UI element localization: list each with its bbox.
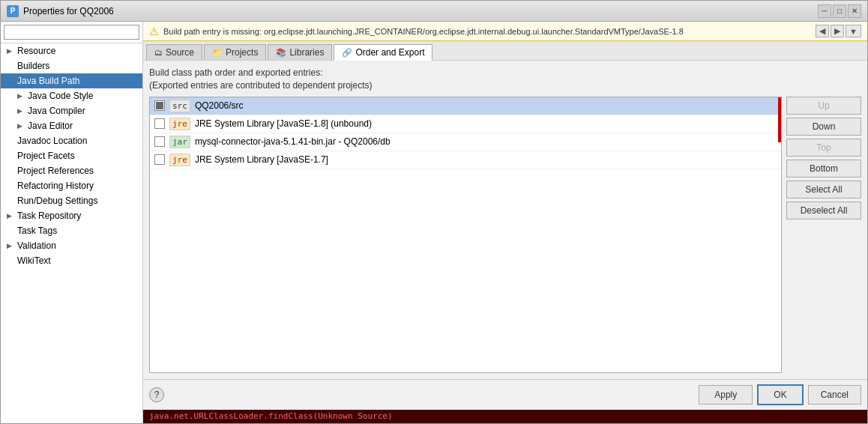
sidebar-item-java-build-path[interactable]: Java Build Path	[1, 73, 142, 88]
tab-projects[interactable]: 📁 Projects	[204, 44, 266, 60]
entry-item-0[interactable]: src QQ2006/src	[150, 97, 781, 115]
warning-prev-button[interactable]: ◀	[816, 25, 829, 37]
entry-text-1: JRE System Library [JavaSE-1.8] (unbound…	[195, 118, 372, 129]
sidebar-item-task-repository[interactable]: ▶ Task Repository	[1, 208, 142, 223]
tab-libraries[interactable]: 📚 Libraries	[268, 44, 332, 60]
warning-bar: ⚠ Build path entry is missing: org.eclip…	[143, 22, 867, 41]
expand-icon: ▶	[7, 242, 14, 249]
entry-icon-2: jar	[169, 136, 190, 148]
entry-item-3[interactable]: jre JRE System Library [JavaSE-1.7]	[150, 151, 781, 169]
warning-expand-button[interactable]: ▼	[846, 25, 861, 37]
expand-icon: ▶	[7, 212, 14, 219]
sidebar-item-task-tags[interactable]: Task Tags	[1, 223, 142, 238]
title-bar: P Properties for QQ2006 ─ □ ✕	[1, 1, 867, 22]
tab-source[interactable]: 🗂 Source	[146, 44, 202, 60]
minimize-button[interactable]: ─	[818, 4, 831, 18]
select-all-button[interactable]: Select All	[786, 181, 861, 199]
entry-checkbox-1[interactable]	[154, 118, 165, 129]
entries-list[interactable]: src QQ2006/src jre JRE System Library [J…	[149, 97, 782, 373]
entry-item-2[interactable]: jar mysql-connector-java-5.1.41-bin.jar …	[150, 133, 781, 151]
bottom-left: ?	[149, 387, 164, 402]
properties-dialog: P Properties for QQ2006 ─ □ ✕ ▶ Resource	[0, 0, 868, 424]
side-buttons: Up Down Top Bottom Select All Deselect A…	[786, 97, 861, 373]
warning-message: Build path entry is missing: org.eclipse…	[163, 27, 811, 36]
bottom-right: Apply OK Cancel	[699, 384, 861, 405]
dialog-icon: P	[7, 5, 19, 17]
entry-text-2: mysql-connector-java-5.1.41-bin.jar - QQ…	[195, 136, 391, 147]
sidebar-item-java-code-style[interactable]: ▶ Java Code Style	[1, 88, 142, 103]
sidebar-item-project-facets[interactable]: Project Facets	[1, 148, 142, 163]
close-button[interactable]: ✕	[848, 4, 861, 18]
entry-icon-1: jre	[169, 118, 190, 130]
sidebar-item-refactoring-history[interactable]: Refactoring History	[1, 178, 142, 193]
libraries-tab-icon: 📚	[276, 48, 286, 58]
deselect-all-button[interactable]: Deselect All	[786, 202, 861, 219]
sidebar-item-run-debug-settings[interactable]: Run/Debug Settings	[1, 193, 142, 208]
entry-text-3: JRE System Library [JavaSE-1.7]	[195, 154, 328, 165]
sidebar-search-area	[1, 22, 142, 43]
sidebar-item-java-compiler[interactable]: ▶ Java Compiler	[1, 103, 142, 118]
bottom-button[interactable]: Bottom	[786, 160, 861, 178]
warning-icon: ⚠	[149, 25, 159, 37]
entry-icon-0: src	[169, 100, 190, 112]
main-panel: Build class path order and exported entr…	[143, 61, 867, 379]
sidebar: ▶ Resource Builders Java Build Path ▶ Ja…	[1, 22, 143, 423]
entry-icon-3: jre	[169, 154, 190, 166]
maximize-button[interactable]: □	[833, 4, 846, 18]
down-button[interactable]: Down	[786, 118, 861, 136]
cancel-button[interactable]: Cancel	[808, 385, 861, 405]
sidebar-item-project-references[interactable]: Project References	[1, 163, 142, 178]
entry-item-1[interactable]: jre JRE System Library [JavaSE-1.8] (unb…	[150, 115, 781, 133]
content-area: ⚠ Build path entry is missing: org.eclip…	[143, 22, 867, 423]
ok-button[interactable]: OK	[757, 384, 803, 405]
expand-icon: ▶	[17, 92, 25, 100]
panel-content: src QQ2006/src jre JRE System Library [J…	[149, 97, 861, 373]
entry-checkbox-2[interactable]	[154, 136, 165, 147]
expand-icon: ▶	[17, 107, 25, 115]
search-input[interactable]	[4, 25, 139, 40]
bottom-code-bar: java.net.URLClassLoader.findClass(Unknow…	[143, 410, 867, 423]
sidebar-item-javadoc-location[interactable]: Javadoc Location	[1, 133, 142, 148]
warning-navigation: ◀ ▶ ▼	[816, 25, 861, 37]
warning-next-button[interactable]: ▶	[831, 25, 844, 37]
sidebar-item-validation[interactable]: ▶ Validation	[1, 238, 142, 253]
sidebar-items-list: ▶ Resource Builders Java Build Path ▶ Ja…	[1, 43, 142, 423]
sidebar-item-wikitext[interactable]: WikiText	[1, 253, 142, 268]
bottom-bar: ? Apply OK Cancel	[143, 379, 867, 410]
dialog-body: ▶ Resource Builders Java Build Path ▶ Ja…	[1, 22, 867, 423]
tabs-bar: 🗂 Source 📁 Projects 📚 Libraries 🔗 Order …	[143, 41, 867, 61]
expand-icon: ▶	[17, 122, 25, 130]
help-button[interactable]: ?	[149, 387, 164, 402]
up-button[interactable]: Up	[786, 97, 861, 115]
entry-checkbox-0[interactable]	[154, 100, 165, 111]
expand-icon: ▶	[7, 47, 14, 55]
checkbox-check-0	[156, 102, 163, 109]
scroll-accent	[778, 97, 781, 142]
tab-order-export[interactable]: 🔗 Order and Export	[334, 44, 433, 61]
sidebar-item-builders[interactable]: Builders	[1, 58, 142, 73]
top-button[interactable]: Top	[786, 139, 861, 157]
projects-tab-icon: 📁	[212, 48, 223, 58]
apply-button[interactable]: Apply	[699, 385, 753, 405]
order-export-tab-icon: 🔗	[342, 48, 352, 58]
panel-description: Build class path order and exported entr…	[149, 67, 861, 92]
entry-text-0: QQ2006/src	[195, 100, 244, 111]
sidebar-item-resource[interactable]: ▶ Resource	[1, 43, 142, 58]
title-controls: ─ □ ✕	[818, 4, 861, 18]
sidebar-item-java-editor[interactable]: ▶ Java Editor	[1, 118, 142, 133]
source-tab-icon: 🗂	[154, 48, 163, 57]
entry-checkbox-3[interactable]	[154, 154, 165, 165]
dialog-title: Properties for QQ2006	[23, 6, 818, 16]
